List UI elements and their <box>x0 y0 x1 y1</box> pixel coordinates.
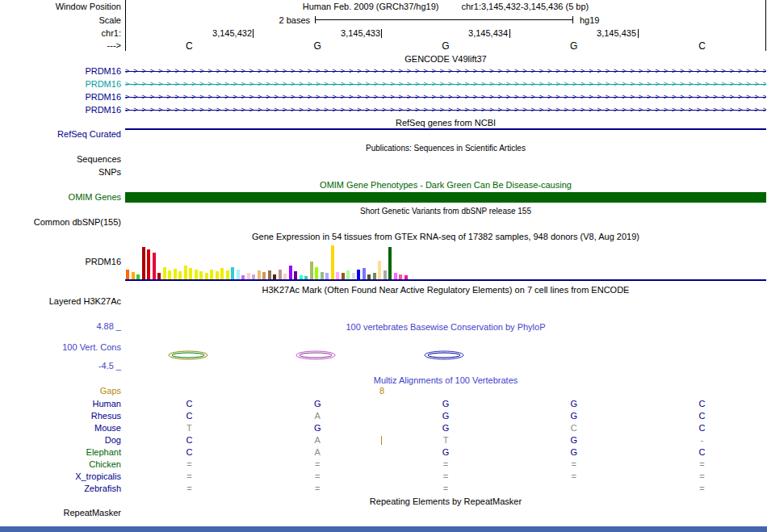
gtex-tissue-bar[interactable] <box>283 274 287 279</box>
gtex-tissue-bar[interactable] <box>384 270 387 279</box>
align-row-dog[interactable]: DogCATG- <box>0 434 767 446</box>
align-row-chicken[interactable]: Chicken===== <box>0 459 767 471</box>
omim-genes-bar[interactable] <box>125 192 766 203</box>
align-base: A <box>254 410 382 422</box>
dbsnp-track-header[interactable]: Short Genetic Variants from dbSNP releas… <box>125 206 766 216</box>
gtex-tissue-bar[interactable] <box>142 247 145 279</box>
gtex-tissue-bar[interactable] <box>352 273 355 279</box>
gtex-tissue-bar[interactable] <box>258 270 261 279</box>
gencode-gene-label[interactable]: PRDM16 <box>0 66 121 77</box>
gtex-tissue-bar[interactable] <box>178 271 182 279</box>
gtex-tissue-bar[interactable] <box>363 268 366 279</box>
align-base: = <box>382 471 510 483</box>
refseq-track-header[interactable]: RefSeq genes from NCBI <box>125 118 766 128</box>
gencode-track-header[interactable]: GENCODE V49lift37 <box>125 54 766 65</box>
refseq-feature-bar[interactable] <box>125 128 766 130</box>
gtex-tissue-bar[interactable] <box>174 269 177 279</box>
species-label[interactable]: Dog <box>0 434 121 446</box>
conservation-label[interactable]: 100 Vert. Cons <box>0 342 121 353</box>
gtex-tissue-bar[interactable] <box>163 267 166 279</box>
gtex-tissue-bar[interactable] <box>315 267 318 279</box>
gtex-tissue-bar[interactable] <box>310 262 313 279</box>
h3k27ac-track-header[interactable]: H3K27Ac Mark (Often Found Near Active Re… <box>125 285 766 295</box>
align-base: G <box>254 398 382 410</box>
species-label[interactable]: Rhesus <box>0 410 121 422</box>
multiz-track-header[interactable]: Multiz Alignments of 100 Vertebrates <box>125 375 766 386</box>
gtex-tissue-bar[interactable] <box>184 266 187 279</box>
gencode-transcript[interactable]: >>>>>>>>>>>>>>>>>>>>>>>>>>>>>>>>>>>>>>>>… <box>125 106 766 115</box>
gtex-tissue-bar[interactable] <box>325 273 329 279</box>
gtex-tissue-bar[interactable] <box>226 270 229 279</box>
gtex-gene-label[interactable]: PRDM16 <box>0 257 121 267</box>
gencode-gene-label[interactable]: PRDM16 <box>0 79 121 90</box>
snps-label[interactable]: SNPs <box>0 167 121 178</box>
gtex-tissue-bar[interactable] <box>205 273 208 279</box>
phylop-curves <box>125 343 766 367</box>
species-label[interactable]: Human <box>0 398 121 410</box>
gtex-tissue-bar[interactable] <box>342 273 345 279</box>
gtex-tissue-bar[interactable] <box>373 273 376 279</box>
gtex-tissue-bar[interactable] <box>394 273 397 279</box>
gaps-label[interactable]: Gaps <box>0 386 121 396</box>
gtex-tissue-bar[interactable] <box>378 261 381 279</box>
common-dbsnp-label[interactable]: Common dbSNP(155) <box>0 217 121 228</box>
gencode-gene-label[interactable]: PRDM16 <box>0 105 121 115</box>
repeatmasker-track-header[interactable]: Repeating Elements by RepeatMasker <box>125 496 766 507</box>
omim-track-header[interactable]: OMIM Gene Phenotypes - Dark Green Can Be… <box>125 180 766 191</box>
repeatmasker-label[interactable]: RepeatMasker <box>0 508 121 518</box>
gtex-tissue-bar[interactable] <box>168 270 171 279</box>
gtex-tissue-bar[interactable] <box>153 253 156 279</box>
align-row-x_tropicalis[interactable]: X_tropicalis===== <box>0 471 767 483</box>
align-base: G <box>382 410 510 422</box>
omim-genes-label[interactable]: OMIM Genes <box>0 192 121 203</box>
gtex-tissue-bar[interactable] <box>147 249 150 279</box>
align-row-rhesus[interactable]: RhesusCAGGC <box>0 410 767 422</box>
gtex-tissue-bar[interactable] <box>321 272 324 279</box>
species-label[interactable]: Elephant <box>0 446 121 459</box>
align-base: = <box>638 483 766 495</box>
gtex-tissue-bar[interactable] <box>289 266 292 279</box>
gtex-tissue-bar[interactable] <box>237 270 240 279</box>
gtex-tissue-bar[interactable] <box>357 270 360 279</box>
layered-h3k27ac-label[interactable]: Layered H3K27Ac <box>0 296 121 307</box>
align-row-elephant[interactable]: ElephantCAGGC <box>0 446 767 459</box>
species-label[interactable]: Zebrafish <box>0 483 121 495</box>
gtex-tissue-bar[interactable] <box>231 267 234 279</box>
gencode-gene-label[interactable]: PRDM16 <box>0 92 121 103</box>
gtex-tissue-bar[interactable] <box>294 271 297 279</box>
align-row-human[interactable]: HumanCGGGC <box>0 398 767 410</box>
gtex-tissue-bar[interactable] <box>216 271 219 279</box>
gtex-tissue-bar[interactable] <box>195 270 198 279</box>
gencode-transcript[interactable]: >>>>>>>>>>>>>>>>>>>>>>>>>>>>>>>>>>>>>>>>… <box>125 93 766 102</box>
gtex-tissue-bar[interactable] <box>279 270 282 279</box>
gtex-tissue-bar[interactable] <box>132 272 135 279</box>
align-row-mouse[interactable]: MouseTGGCC <box>0 422 767 434</box>
gtex-tissue-bar[interactable] <box>262 272 266 279</box>
align-row-zebrafish[interactable]: Zebrafish==== <box>0 483 767 495</box>
align-base: G <box>382 398 510 410</box>
gtex-track-header[interactable]: Gene Expression in 54 tissues from GTEx … <box>125 232 766 242</box>
gencode-transcript[interactable]: >>>>>>>>>>>>>>>>>>>>>>>>>>>>>>>>>>>>>>>>… <box>125 67 766 76</box>
gtex-tissue-bar[interactable] <box>126 270 129 279</box>
conservation-track-header[interactable]: 100 vertebrates Basewise Conservation by… <box>125 322 766 333</box>
gencode-transcript[interactable]: >>>>>>>>>>>>>>>>>>>>>>>>>>>>>>>>>>>>>>>>… <box>125 80 766 89</box>
species-label[interactable]: Mouse <box>0 422 121 434</box>
species-label[interactable]: X_tropicalis <box>0 471 121 483</box>
gtex-tissue-bar[interactable] <box>189 268 192 279</box>
gtex-tissue-bar[interactable] <box>346 270 350 279</box>
gtex-tissue-bar[interactable] <box>268 270 271 279</box>
align-base: = <box>509 471 638 483</box>
gtex-tissue-bar[interactable] <box>247 273 250 279</box>
gtex-tissue-bar[interactable] <box>220 268 224 279</box>
gtex-tissue-bar[interactable] <box>157 273 161 279</box>
gtex-tissue-bar[interactable] <box>388 247 392 279</box>
species-label[interactable]: Chicken <box>0 459 121 471</box>
sequences-label[interactable]: Sequences <box>0 154 121 165</box>
gtex-tissue-bar[interactable] <box>331 245 334 279</box>
gtex-tissue-bar[interactable] <box>210 270 213 279</box>
refseq-curated-label[interactable]: RefSeq Curated <box>0 129 121 140</box>
publications-track-header[interactable]: Publications: Sequences in Scientific Ar… <box>125 143 766 153</box>
gtex-tissue-bar[interactable] <box>199 271 203 279</box>
assembly-title: Human Feb. 2009 (GRCh37/hg19) <box>303 2 439 11</box>
gtex-tissue-bar[interactable] <box>336 272 339 279</box>
